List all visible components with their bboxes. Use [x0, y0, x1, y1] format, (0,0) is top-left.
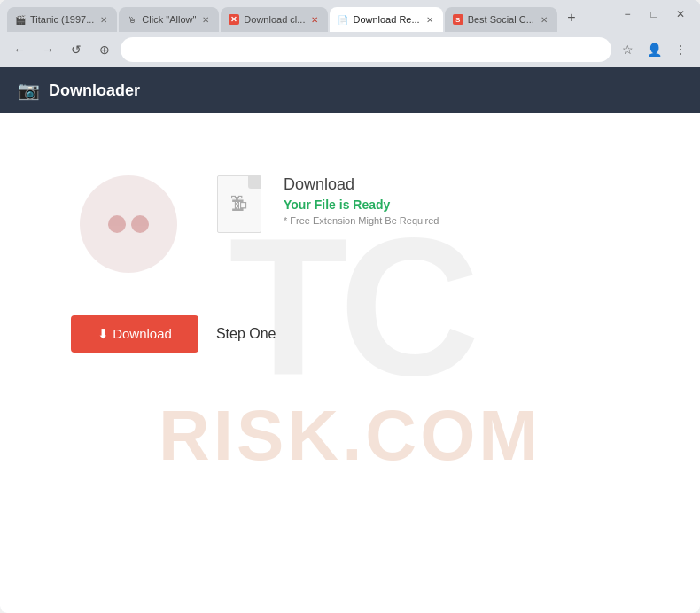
tab-social-label: Best Social C... — [468, 14, 534, 25]
tab-titanic[interactable]: 🎬 Titanic (1997... ✕ — [7, 7, 117, 32]
menu-button[interactable]: ⋮ — [668, 37, 693, 62]
magnifier-dots — [108, 215, 149, 233]
nav-bar: ← → ↺ ⊕ ☆ 👤 ⋮ — [0, 32, 700, 67]
download-card: 🗜 Download Your File is Ready * Free Ext… — [71, 167, 439, 353]
file-icon: 🗜 — [217, 175, 261, 233]
downloader-header: 📷 Downloader — [0, 67, 700, 113]
tab-download-x[interactable]: ✕ Download cl... ✕ — [221, 7, 328, 32]
forward-button[interactable]: → — [35, 37, 60, 62]
download-title: Download — [284, 175, 439, 194]
window-controls: − □ ✕ — [615, 5, 693, 23]
title-bar: 🎬 Titanic (1997... ✕ 🖱 Click "Allow" ✕ ✕… — [0, 0, 700, 32]
tab-download-x-label: Download cl... — [244, 14, 305, 25]
magnifier-area — [71, 167, 195, 291]
tab-click-allow[interactable]: 🖱 Click "Allow" ✕ — [119, 7, 219, 32]
tab-download-active-close[interactable]: ✕ — [424, 13, 436, 26]
buttons-row: ⬇ Download Step One — [71, 315, 276, 353]
tab-download-active[interactable]: 📄 Download Re... ✕ — [330, 7, 442, 32]
watermark-risk: RISK.COM — [159, 395, 541, 477]
back-button[interactable]: ← — [7, 37, 32, 62]
site-info-button[interactable]: ⊕ — [92, 37, 117, 62]
tab-social[interactable]: S Best Social C... ✕ — [445, 7, 557, 32]
download-note: * Free Extension Might Be Required — [284, 215, 439, 226]
tab-download-active-favicon: 📄 — [337, 13, 349, 26]
close-button[interactable]: ✕ — [668, 5, 693, 23]
tab-social-favicon: S — [452, 13, 464, 26]
tab-titanic-favicon: 🎬 — [14, 13, 27, 26]
downloader-camera-icon: 📷 — [18, 80, 40, 101]
bookmark-button[interactable]: ☆ — [615, 37, 640, 62]
minimize-button[interactable]: − — [615, 5, 640, 23]
magnifier-dot-1 — [108, 215, 126, 233]
tab-click-close[interactable]: ✕ — [199, 13, 212, 26]
main-content: TC RISK.COM — [0, 113, 700, 556]
zip-icon: 🗜 — [230, 194, 248, 214]
step-one-label: Step One — [216, 326, 276, 342]
download-subtitle: Your File is Ready — [284, 198, 439, 212]
card-row: 🗜 Download Your File is Ready * Free Ext… — [71, 167, 439, 291]
tab-download-x-favicon: ✕ — [228, 13, 240, 26]
browser-window: 🎬 Titanic (1997... ✕ 🖱 Click "Allow" ✕ ✕… — [0, 0, 700, 613]
magnifier-dot-2 — [131, 215, 149, 233]
profile-button[interactable]: 👤 — [642, 37, 666, 62]
downloader-title: Downloader — [49, 81, 140, 100]
tab-click-label: Click "Allow" — [142, 14, 196, 25]
nav-actions: ☆ 👤 ⋮ — [615, 37, 693, 62]
tab-download-active-label: Download Re... — [353, 14, 419, 25]
file-icon-area: 🗜 — [213, 175, 266, 233]
new-tab-button[interactable]: + — [559, 5, 584, 30]
tab-click-favicon: 🖱 — [126, 13, 138, 26]
magnifier-circle — [80, 175, 177, 273]
address-bar[interactable] — [121, 37, 611, 62]
tab-download-x-close[interactable]: ✕ — [308, 13, 321, 26]
download-info: Download Your File is Ready * Free Exten… — [284, 175, 439, 226]
tab-titanic-label: Titanic (1997... — [30, 14, 94, 25]
reload-button[interactable]: ↺ — [64, 37, 89, 62]
tab-titanic-close[interactable]: ✕ — [97, 13, 110, 26]
tab-social-close[interactable]: ✕ — [538, 13, 550, 26]
maximize-button[interactable]: □ — [642, 5, 666, 23]
download-button[interactable]: ⬇ Download — [71, 315, 198, 353]
page-content: 📷 Downloader TC RISK.COM — [0, 67, 700, 613]
